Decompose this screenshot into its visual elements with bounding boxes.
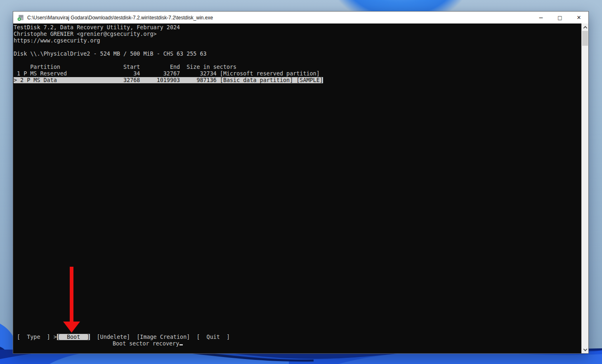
window-titlebar[interactable]: C:\Users\Manuviraj Godara\Downloads\test…: [13, 12, 588, 23]
testdisk-version-line: TestDisk 7.2, Data Recovery Utility, Feb…: [14, 24, 581, 31]
menu-item-quit[interactable]: [ Quit ]: [196, 334, 230, 340]
blank-line: [14, 44, 581, 51]
scroll-up-button[interactable]: [582, 24, 588, 31]
console-bottom-block: [ Type ] >[ Boot ] [Undelete] [Image Cre…: [14, 334, 581, 347]
scrollbar-thumb[interactable]: [582, 31, 588, 46]
console-top-block: TestDisk 7.2, Data Recovery Utility, Feb…: [13, 23, 581, 84]
status-text: Boot sector recovery: [113, 341, 179, 347]
website-line: https://www.cgsecurity.org: [14, 38, 581, 44]
scroll-down-button[interactable]: [582, 346, 588, 353]
chevron-down-icon: [583, 347, 587, 351]
chevron-up-icon: [583, 26, 587, 30]
menu-item-undelete[interactable]: [Undelete]: [97, 334, 130, 340]
testdisk-window: C:\Users\Manuviraj Godara\Downloads\test…: [13, 11, 589, 354]
menu-item-image-creation[interactable]: [Image Creation]: [137, 334, 190, 340]
partition-table-header: Partition Start End Size in sectors: [14, 64, 581, 70]
console-output: TestDisk 7.2, Data Recovery Utility, Feb…: [13, 23, 581, 353]
partition-row-2-selected[interactable]: > 2 P MS Data 32768 1019903 987136 [Basi…: [14, 77, 323, 83]
red-down-arrow-annotation: [63, 267, 80, 333]
app-icon: [17, 14, 24, 21]
menu-item-type[interactable]: [ Type ]: [17, 334, 50, 340]
console-scrollbar[interactable]: [581, 23, 588, 353]
maximize-button[interactable]: □: [550, 12, 569, 23]
window-controls: ─ □ ✕: [531, 12, 588, 23]
text-cursor: [179, 344, 183, 345]
menu-item-boot[interactable]: [ Boot ]: [57, 334, 90, 340]
minimize-button[interactable]: ─: [531, 12, 550, 23]
close-button[interactable]: ✕: [569, 12, 588, 23]
window-title: C:\Users\Manuviraj Godara\Downloads\test…: [27, 15, 213, 21]
disk-info-line: Disk \\.\PhysicalDrive2 - 524 MB / 500 M…: [14, 51, 581, 57]
status-line: Boot sector recovery: [14, 341, 581, 347]
blank-line: [14, 57, 581, 64]
partition-row-1[interactable]: 1 P MS Reserved 34 32767 32734 [Microsof…: [14, 70, 320, 77]
selection-pointer: >: [54, 334, 57, 340]
menu-bar: [ Type ] >[ Boot ] [Undelete] [Image Cre…: [14, 334, 581, 341]
author-line: Christophe GRENIER <grenier@cgsecurity.o…: [14, 31, 581, 38]
